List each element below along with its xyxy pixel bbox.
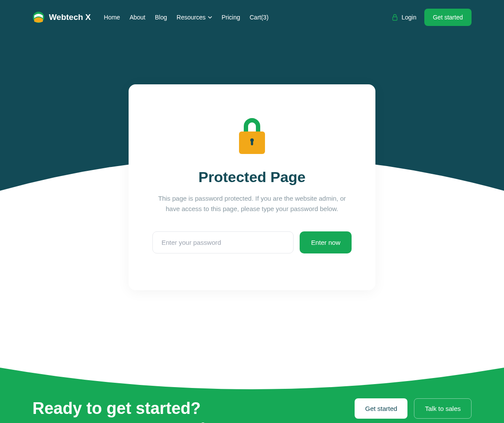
cta-title: Ready to get started? Create an account …	[32, 398, 223, 423]
nav-blog[interactable]: Blog	[155, 14, 167, 21]
header-left: Webtech X Home About Blog Resources Pric…	[32, 11, 268, 23]
main-content: Protected Page This page is password pro…	[0, 35, 504, 290]
cta-curve	[0, 359, 504, 394]
nav-home[interactable]: Home	[104, 14, 120, 21]
get-started-button[interactable]: Get started	[424, 9, 472, 26]
nav-pricing[interactable]: Pricing	[222, 14, 240, 21]
logo-icon	[32, 11, 45, 23]
password-input[interactable]	[152, 231, 294, 253]
main-nav: Home About Blog Resources Pricing Cart(3…	[104, 14, 268, 21]
chevron-down-icon	[208, 15, 212, 19]
cta-section: Ready to get started? Create an account …	[0, 359, 504, 423]
lock-icon	[392, 14, 398, 21]
svg-rect-1	[393, 17, 397, 20]
card-description: This page is password protected. If you …	[152, 193, 352, 214]
cta-title-line2: Create an account today	[32, 420, 223, 423]
talk-to-sales-button[interactable]: Talk to sales	[414, 398, 472, 419]
card-title: Protected Page	[152, 169, 352, 186]
nav-resources[interactable]: Resources	[177, 14, 212, 21]
password-form: Enter now	[152, 231, 352, 253]
nav-cart[interactable]: Cart(3)	[249, 14, 268, 21]
lock-icon-large	[236, 117, 268, 156]
brand-name: Webtech X	[49, 13, 91, 22]
logo[interactable]: Webtech X	[32, 11, 91, 23]
login-link[interactable]: Login	[392, 14, 416, 21]
cta-title-line1: Ready to get started?	[32, 399, 201, 417]
login-label: Login	[401, 14, 416, 21]
cta-content: Ready to get started? Create an account …	[32, 398, 472, 423]
protected-card: Protected Page This page is password pro…	[129, 84, 375, 290]
header: Webtech X Home About Blog Resources Pric…	[0, 0, 504, 35]
cta-get-started-button[interactable]: Get started	[355, 398, 407, 419]
cta-buttons: Get started Talk to sales	[355, 398, 472, 419]
header-right: Login Get started	[392, 9, 472, 26]
nav-resources-label: Resources	[177, 14, 206, 21]
nav-about[interactable]: About	[129, 14, 145, 21]
svg-rect-4	[251, 141, 253, 145]
enter-button[interactable]: Enter now	[300, 231, 352, 253]
